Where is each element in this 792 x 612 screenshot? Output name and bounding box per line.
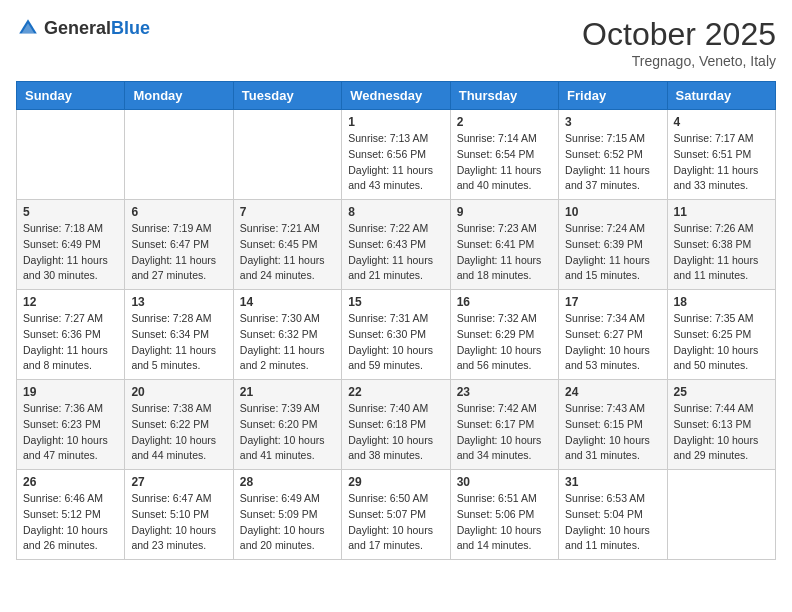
logo-general: GeneralBlue [44,18,150,39]
day-number: 27 [131,475,226,489]
calendar-cell: 1Sunrise: 7:13 AMSunset: 6:56 PMDaylight… [342,110,450,200]
day-info: Sunrise: 7:40 AMSunset: 6:18 PMDaylight:… [348,401,443,464]
calendar-cell: 24Sunrise: 7:43 AMSunset: 6:15 PMDayligh… [559,380,667,470]
calendar-cell: 10Sunrise: 7:24 AMSunset: 6:39 PMDayligh… [559,200,667,290]
calendar-cell: 31Sunrise: 6:53 AMSunset: 5:04 PMDayligh… [559,470,667,560]
calendar-header-row: SundayMondayTuesdayWednesdayThursdayFrid… [17,82,776,110]
day-number: 22 [348,385,443,399]
day-number: 13 [131,295,226,309]
day-number: 28 [240,475,335,489]
day-number: 6 [131,205,226,219]
day-info: Sunrise: 7:39 AMSunset: 6:20 PMDaylight:… [240,401,335,464]
day-info: Sunrise: 7:21 AMSunset: 6:45 PMDaylight:… [240,221,335,284]
calendar-cell: 27Sunrise: 6:47 AMSunset: 5:10 PMDayligh… [125,470,233,560]
calendar-cell: 6Sunrise: 7:19 AMSunset: 6:47 PMDaylight… [125,200,233,290]
day-number: 12 [23,295,118,309]
day-info: Sunrise: 7:24 AMSunset: 6:39 PMDaylight:… [565,221,660,284]
day-number: 15 [348,295,443,309]
day-info: Sunrise: 7:17 AMSunset: 6:51 PMDaylight:… [674,131,769,194]
day-header-friday: Friday [559,82,667,110]
calendar-cell: 17Sunrise: 7:34 AMSunset: 6:27 PMDayligh… [559,290,667,380]
calendar-cell: 13Sunrise: 7:28 AMSunset: 6:34 PMDayligh… [125,290,233,380]
calendar-cell [233,110,341,200]
day-header-monday: Monday [125,82,233,110]
day-number: 21 [240,385,335,399]
day-number: 8 [348,205,443,219]
day-number: 20 [131,385,226,399]
calendar-cell [667,470,775,560]
day-number: 25 [674,385,769,399]
calendar-cell: 7Sunrise: 7:21 AMSunset: 6:45 PMDaylight… [233,200,341,290]
calendar-cell: 14Sunrise: 7:30 AMSunset: 6:32 PMDayligh… [233,290,341,380]
calendar-cell [125,110,233,200]
day-number: 2 [457,115,552,129]
calendar-week-row: 1Sunrise: 7:13 AMSunset: 6:56 PMDaylight… [17,110,776,200]
logo-icon [16,16,40,40]
day-info: Sunrise: 6:49 AMSunset: 5:09 PMDaylight:… [240,491,335,554]
calendar-cell: 12Sunrise: 7:27 AMSunset: 6:36 PMDayligh… [17,290,125,380]
day-number: 14 [240,295,335,309]
day-info: Sunrise: 7:44 AMSunset: 6:13 PMDaylight:… [674,401,769,464]
day-info: Sunrise: 7:30 AMSunset: 6:32 PMDaylight:… [240,311,335,374]
day-info: Sunrise: 7:42 AMSunset: 6:17 PMDaylight:… [457,401,552,464]
day-number: 9 [457,205,552,219]
day-info: Sunrise: 7:38 AMSunset: 6:22 PMDaylight:… [131,401,226,464]
day-number: 30 [457,475,552,489]
day-info: Sunrise: 7:27 AMSunset: 6:36 PMDaylight:… [23,311,118,374]
day-info: Sunrise: 6:50 AMSunset: 5:07 PMDaylight:… [348,491,443,554]
day-number: 24 [565,385,660,399]
day-number: 18 [674,295,769,309]
calendar-cell: 22Sunrise: 7:40 AMSunset: 6:18 PMDayligh… [342,380,450,470]
day-number: 1 [348,115,443,129]
day-info: Sunrise: 7:18 AMSunset: 6:49 PMDaylight:… [23,221,118,284]
day-info: Sunrise: 7:34 AMSunset: 6:27 PMDaylight:… [565,311,660,374]
calendar-cell: 29Sunrise: 6:50 AMSunset: 5:07 PMDayligh… [342,470,450,560]
month-title: October 2025 [582,16,776,53]
calendar-cell: 4Sunrise: 7:17 AMSunset: 6:51 PMDaylight… [667,110,775,200]
day-header-sunday: Sunday [17,82,125,110]
title-block: October 2025 Tregnago, Veneto, Italy [582,16,776,69]
day-info: Sunrise: 7:23 AMSunset: 6:41 PMDaylight:… [457,221,552,284]
day-header-thursday: Thursday [450,82,558,110]
day-number: 4 [674,115,769,129]
logo: GeneralBlue [16,16,150,40]
day-number: 19 [23,385,118,399]
calendar-cell: 2Sunrise: 7:14 AMSunset: 6:54 PMDaylight… [450,110,558,200]
calendar-cell: 9Sunrise: 7:23 AMSunset: 6:41 PMDaylight… [450,200,558,290]
calendar-week-row: 26Sunrise: 6:46 AMSunset: 5:12 PMDayligh… [17,470,776,560]
calendar-cell [17,110,125,200]
day-number: 17 [565,295,660,309]
calendar-cell: 23Sunrise: 7:42 AMSunset: 6:17 PMDayligh… [450,380,558,470]
day-info: Sunrise: 7:22 AMSunset: 6:43 PMDaylight:… [348,221,443,284]
day-number: 11 [674,205,769,219]
calendar-week-row: 12Sunrise: 7:27 AMSunset: 6:36 PMDayligh… [17,290,776,380]
day-number: 10 [565,205,660,219]
day-info: Sunrise: 7:15 AMSunset: 6:52 PMDaylight:… [565,131,660,194]
day-number: 26 [23,475,118,489]
calendar-week-row: 5Sunrise: 7:18 AMSunset: 6:49 PMDaylight… [17,200,776,290]
day-info: Sunrise: 7:32 AMSunset: 6:29 PMDaylight:… [457,311,552,374]
day-number: 5 [23,205,118,219]
day-header-saturday: Saturday [667,82,775,110]
calendar-cell: 15Sunrise: 7:31 AMSunset: 6:30 PMDayligh… [342,290,450,380]
location-subtitle: Tregnago, Veneto, Italy [582,53,776,69]
calendar-cell: 21Sunrise: 7:39 AMSunset: 6:20 PMDayligh… [233,380,341,470]
page-header: GeneralBlue October 2025 Tregnago, Venet… [16,16,776,69]
day-info: Sunrise: 7:43 AMSunset: 6:15 PMDaylight:… [565,401,660,464]
day-info: Sunrise: 6:51 AMSunset: 5:06 PMDaylight:… [457,491,552,554]
day-info: Sunrise: 7:14 AMSunset: 6:54 PMDaylight:… [457,131,552,194]
day-info: Sunrise: 6:46 AMSunset: 5:12 PMDaylight:… [23,491,118,554]
day-header-wednesday: Wednesday [342,82,450,110]
calendar-cell: 30Sunrise: 6:51 AMSunset: 5:06 PMDayligh… [450,470,558,560]
calendar-cell: 25Sunrise: 7:44 AMSunset: 6:13 PMDayligh… [667,380,775,470]
day-info: Sunrise: 6:47 AMSunset: 5:10 PMDaylight:… [131,491,226,554]
day-info: Sunrise: 7:19 AMSunset: 6:47 PMDaylight:… [131,221,226,284]
calendar-cell: 16Sunrise: 7:32 AMSunset: 6:29 PMDayligh… [450,290,558,380]
day-number: 31 [565,475,660,489]
day-info: Sunrise: 7:36 AMSunset: 6:23 PMDaylight:… [23,401,118,464]
calendar-cell: 18Sunrise: 7:35 AMSunset: 6:25 PMDayligh… [667,290,775,380]
day-info: Sunrise: 7:28 AMSunset: 6:34 PMDaylight:… [131,311,226,374]
calendar-cell: 5Sunrise: 7:18 AMSunset: 6:49 PMDaylight… [17,200,125,290]
day-info: Sunrise: 7:35 AMSunset: 6:25 PMDaylight:… [674,311,769,374]
calendar-cell: 3Sunrise: 7:15 AMSunset: 6:52 PMDaylight… [559,110,667,200]
